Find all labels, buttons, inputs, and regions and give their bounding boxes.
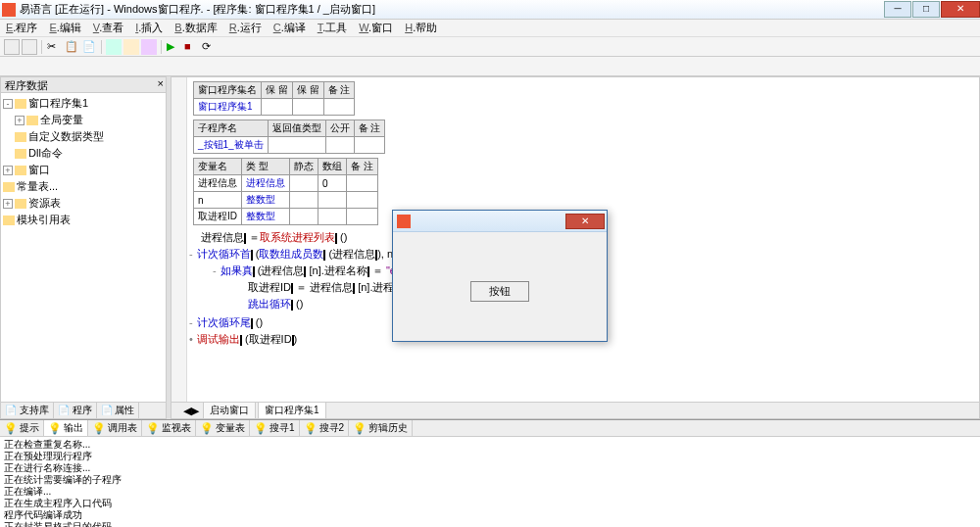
menu-item[interactable]: R.运行 <box>227 21 264 35</box>
tool-icon[interactable] <box>39 59 55 74</box>
window-controls: ─ □ ✕ <box>883 1 980 18</box>
output-tab[interactable]: 💡搜寻1 <box>250 420 300 436</box>
tree-node[interactable]: -窗口程序集1 <box>3 95 164 112</box>
menubar: E.程序E.编辑V.查看I.插入B.数据库R.运行C.编译T.工具W.窗口H.帮… <box>0 20 980 37</box>
menu-item[interactable]: B.数据库 <box>172 21 219 35</box>
runtime-dialog: ✕ 按钮 <box>392 210 608 342</box>
tool-icon[interactable] <box>141 39 157 55</box>
menu-item[interactable]: H.帮助 <box>403 21 439 35</box>
app-icon <box>2 3 16 17</box>
tool-icon[interactable] <box>123 39 139 55</box>
project-panel: 程序数据 × -窗口程序集1+全局变量自定义数据类型Dll命令+窗口常量表...… <box>0 76 167 419</box>
output-tab[interactable]: 💡变量表 <box>196 420 250 436</box>
run-icon[interactable]: ▶ <box>166 39 181 55</box>
editor-tab[interactable]: 窗口程序集1 <box>258 402 326 419</box>
table-subroutine: 子程序名返回值类型公开备 注 _按钮1_被单击 <box>193 120 385 154</box>
menu-item[interactable]: V.查看 <box>91 21 125 35</box>
menu-item[interactable]: I.插入 <box>133 21 165 35</box>
left-tab[interactable]: 📄 程序 <box>54 403 97 418</box>
output-tab[interactable]: 💡监视表 <box>142 420 196 436</box>
project-tree[interactable]: -窗口程序集1+全局变量自定义数据类型Dll命令+窗口常量表...+资源表模块引… <box>1 93 166 402</box>
output-line: 正在预处理现行程序 <box>4 451 976 462</box>
editor-gutter <box>172 77 187 402</box>
panel-close-icon[interactable]: × <box>158 77 164 89</box>
table-variables: 变量名类 型静态数组备 注进程信息进程信息0n整数型取进程ID整数型 <box>193 158 378 225</box>
tool-icon[interactable]: ⟳ <box>201 39 217 55</box>
dialog-icon <box>397 215 411 228</box>
maximize-button[interactable]: □ <box>912 1 940 18</box>
panel-title: 程序数据 × <box>1 77 166 93</box>
copy-icon[interactable]: 📋 <box>64 39 79 55</box>
output-content[interactable]: 正在检查重复名称...正在预处理现行程序正在进行名称连接...正在统计需要编译的… <box>0 437 980 527</box>
tree-node[interactable]: +全局变量 <box>3 112 164 128</box>
tool-icon[interactable] <box>74 59 90 74</box>
output-line: 正在编译... <box>4 486 976 498</box>
toolbar-1: ✂ 📋 📄 ▶ ■ ⟳ <box>0 37 980 57</box>
dialog-close-button[interactable]: ✕ <box>565 214 605 229</box>
tool-icon[interactable] <box>4 39 20 55</box>
dialog-titlebar[interactable]: ✕ <box>393 211 607 232</box>
output-line: 正在统计需要编译的子程序 <box>4 474 976 486</box>
output-line: 正在封装易格式目的代码 <box>4 521 976 527</box>
output-tab[interactable]: 💡提示 <box>0 420 44 436</box>
left-tab[interactable]: 📄 支持库 <box>1 403 54 418</box>
tool-icon[interactable] <box>4 59 20 74</box>
output-tabs: 💡提示💡输出💡调用表💡监视表💡变量表💡搜寻1💡搜寻2💡剪辑历史 <box>0 420 980 437</box>
close-button[interactable]: ✕ <box>941 1 980 18</box>
output-line: 程序代码编译成功 <box>4 509 976 521</box>
menu-item[interactable]: T.工具 <box>316 21 350 35</box>
tree-node[interactable]: 自定义数据类型 <box>3 128 164 145</box>
output-tab[interactable]: 💡搜寻2 <box>300 420 350 436</box>
window-title: 易语言 [正在运行] - Windows窗口程序. - [程序集: 窗口程序集1… <box>20 2 883 17</box>
menu-item[interactable]: W.窗口 <box>357 21 395 35</box>
titlebar: 易语言 [正在运行] - Windows窗口程序. - [程序集: 窗口程序集1… <box>0 0 980 20</box>
toolbar-2 <box>0 57 980 76</box>
editor-tabs: ◀▶启动窗口窗口程序集1 <box>172 402 979 418</box>
tool-icon[interactable] <box>22 59 37 74</box>
editor-tab[interactable]: 启动窗口 <box>203 402 256 419</box>
output-line: 正在生成主程序入口代码 <box>4 498 976 509</box>
table-program-set: 窗口程序集名保 留保 留备 注 窗口程序集1 <box>193 81 355 116</box>
dialog-button[interactable]: 按钮 <box>470 281 529 302</box>
output-panel: 💡提示💡输出💡调用表💡监视表💡变量表💡搜寻1💡搜寻2💡剪辑历史 正在检查重复名称… <box>0 419 980 527</box>
left-tab[interactable]: 📄 属性 <box>97 403 140 418</box>
left-tabs: 📄 支持库📄 程序📄 属性 <box>1 402 166 418</box>
tool-icon[interactable] <box>57 59 73 74</box>
tree-node[interactable]: +窗口 <box>3 162 164 178</box>
output-line: 正在进行名称连接... <box>4 462 976 474</box>
tree-node[interactable]: 模块引用表 <box>3 212 164 228</box>
output-tab[interactable]: 💡剪辑历史 <box>349 420 413 436</box>
tree-node[interactable]: 常量表... <box>3 178 164 195</box>
menu-item[interactable]: E.程序 <box>4 21 39 35</box>
minimize-button[interactable]: ─ <box>884 1 911 18</box>
cut-icon[interactable]: ✂ <box>46 39 62 55</box>
stop-icon[interactable]: ■ <box>183 39 199 55</box>
menu-item[interactable]: E.编辑 <box>47 21 82 35</box>
tree-node[interactable]: Dll命令 <box>3 145 164 162</box>
output-line: 正在检查重复名称... <box>4 439 976 451</box>
tree-node[interactable]: +资源表 <box>3 195 164 212</box>
paste-icon[interactable]: 📄 <box>81 39 97 55</box>
output-tab[interactable]: 💡输出 <box>44 420 88 436</box>
output-tab[interactable]: 💡调用表 <box>88 420 142 436</box>
tool-icon[interactable] <box>22 39 37 55</box>
menu-item[interactable]: C.编译 <box>271 21 308 35</box>
tool-icon[interactable] <box>106 39 122 55</box>
